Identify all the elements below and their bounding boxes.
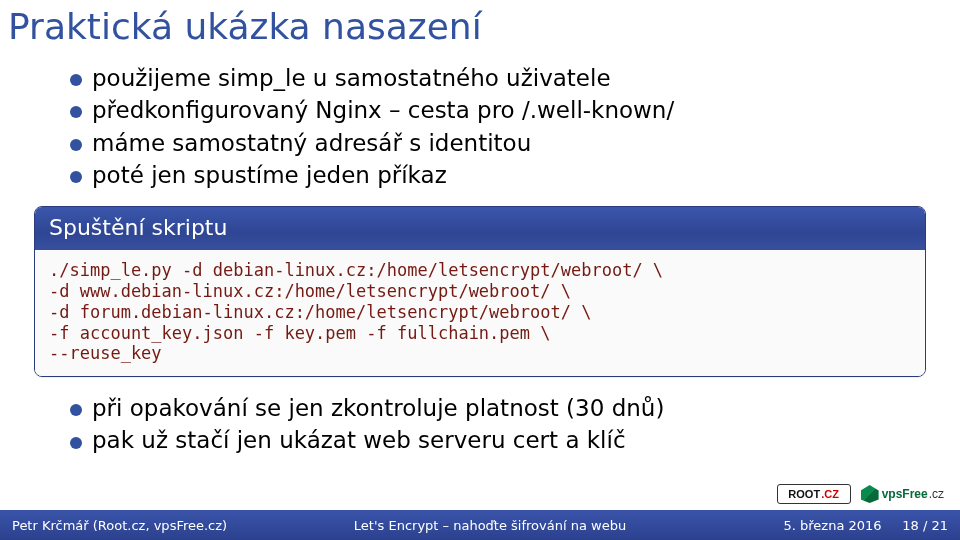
list-item: při opakování se jen zkontroluje platnos… [70,393,930,423]
list-item: máme samostatný adresář s identitou [70,128,930,158]
list-item: pak už stačí jen ukázat web serveru cert… [70,425,930,455]
cube-icon [861,485,879,503]
code-box-title: Spuštění skriptu [35,207,925,250]
root-logo-suffix: .CZ [821,488,839,500]
list-item: použijeme simp_le u samostatného uživate… [70,63,930,93]
root-logo: ROOT.CZ [777,484,851,504]
footer-right: 5. března 2016 18 / 21 [710,518,960,533]
list-item: předkonfigurovaný Nginx – cesta pro /.we… [70,95,930,125]
vpsfree-logo: vpsFree.cz [861,485,944,503]
vpsfree-logo-text: vpsFree [882,487,928,501]
root-logo-text: ROOT [788,488,820,500]
footer-date: 5. března 2016 [784,518,882,533]
footer-page: 18 / 21 [902,518,948,533]
logo-area: ROOT.CZ vpsFree.cz [777,484,944,504]
footer-title: Let's Encrypt – nahoďte šifrování na web… [270,518,710,533]
code-box-content: ./simp_le.py -d debian-linux.cz:/home/le… [35,250,925,376]
list-item: poté jen spustíme jeden příkaz [70,160,930,190]
bullet-list-top: použijeme simp_le u samostatného uživate… [70,63,930,190]
bullet-list-bottom: při opakování se jen zkontroluje platnos… [70,393,930,456]
vpsfree-logo-suffix: .cz [929,487,944,501]
footer-bar: Petr Krčmář (Root.cz, vpsFree.cz) Let's … [0,510,960,540]
code-box: Spuštění skriptu ./simp_le.py -d debian-… [34,206,926,377]
slide-title: Praktická ukázka nasazení [0,0,960,61]
footer-author: Petr Krčmář (Root.cz, vpsFree.cz) [0,518,270,533]
